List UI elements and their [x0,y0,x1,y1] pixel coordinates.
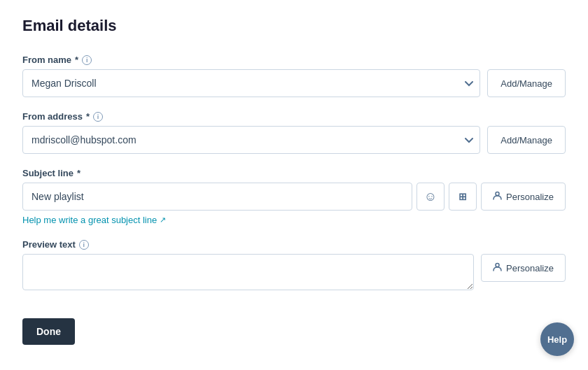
preview-personalize-icon [493,262,502,273]
from-address-input-row: mdriscoll@hubspot.com Add/Manage [22,126,566,154]
emoji-button[interactable]: ☺ [416,183,444,211]
from-address-add-manage-button[interactable]: Add/Manage [487,126,566,154]
token-button[interactable]: ⊞ [449,183,477,211]
preview-text-info-icon[interactable]: i [79,240,89,250]
from-name-required-star: * [75,55,78,65]
subject-line-label: Subject line * [22,168,566,178]
subject-line-required-star: * [77,168,80,178]
from-name-input-row: Megan Driscoll Add/Manage [22,69,566,97]
subject-personalize-button[interactable]: Personalize [481,183,566,211]
subject-line-input[interactable] [22,183,412,211]
preview-text-label-text: Preview text [22,239,76,250]
preview-personalize-button[interactable]: Personalize [481,254,566,282]
from-name-select-wrapper: Megan Driscoll [22,69,480,97]
from-address-label: From address * i [22,111,566,122]
page-title: Email details [22,17,566,35]
from-name-info-icon[interactable]: i [82,55,92,65]
token-icon: ⊞ [458,191,467,202]
emoji-icon: ☺ [424,190,437,204]
preview-text-row: Personalize [22,254,566,290]
preview-personalize-label: Personalize [506,263,554,273]
subject-line-row: ☺ ⊞ Personalize [22,183,566,211]
from-name-group: From name * i Megan Driscoll Add/Manage [22,55,566,97]
preview-text-label: Preview text i [22,239,566,250]
subject-line-label-text: Subject line [22,168,74,178]
subject-line-group: Subject line * ☺ ⊞ Personalize Help me w… [22,168,566,225]
from-address-group: From address * i mdriscoll@hubspot.com A… [22,111,566,154]
from-name-select[interactable]: Megan Driscoll [22,69,480,97]
from-address-required-star: * [86,111,90,122]
help-subject-link[interactable]: Help me write a great subject line ↗ [22,215,166,225]
from-address-select[interactable]: mdriscoll@hubspot.com [22,126,480,154]
from-address-label-text: From address [22,111,83,122]
help-subject-link-text: Help me write a great subject line [22,215,157,225]
done-button[interactable]: Done [22,318,75,345]
from-address-info-icon[interactable]: i [93,112,103,122]
subject-personalize-icon [493,191,502,202]
preview-text-input[interactable] [22,254,474,290]
svg-point-0 [496,192,499,196]
svg-point-1 [496,264,499,267]
help-bubble[interactable]: Help [540,322,574,356]
from-name-label: From name * i [22,55,566,65]
from-name-label-text: From name [22,55,71,65]
from-address-select-wrapper: mdriscoll@hubspot.com [22,126,480,154]
subject-personalize-label: Personalize [506,192,554,202]
from-name-add-manage-button[interactable]: Add/Manage [487,69,566,97]
external-link-icon: ↗ [160,215,166,225]
preview-text-group: Preview text i Personalize [22,239,566,290]
